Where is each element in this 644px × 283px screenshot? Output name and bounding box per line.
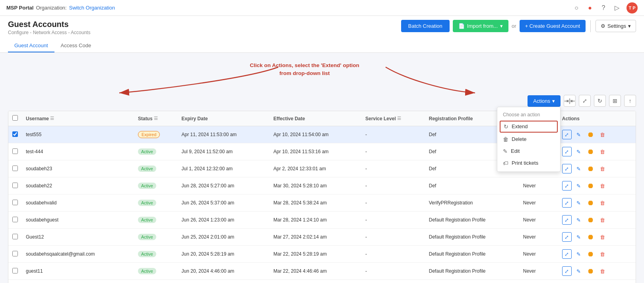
tab-access-code[interactable]: Access Code xyxy=(54,39,98,52)
actions-label: Actions xyxy=(533,98,550,104)
row-username: test123456 xyxy=(22,280,134,283)
table-row: soudabehguest Active Jun 26, 2024 1:23:0… xyxy=(8,212,636,229)
row-checkbox-cell xyxy=(8,143,22,160)
row-checkbox[interactable] xyxy=(12,131,18,137)
expand-button[interactable]: ⤢ xyxy=(579,95,591,107)
header-effective: Effective Date xyxy=(270,111,361,126)
edit-row-button[interactable]: ✎ xyxy=(574,266,584,276)
toggle-button[interactable]: ⏺ xyxy=(586,181,596,191)
row-checkbox[interactable] xyxy=(12,251,18,256)
settings-button[interactable]: ⚙ Settings ▾ xyxy=(596,20,636,32)
edit-row-button[interactable]: ✎ xyxy=(574,130,584,139)
delete-row-button[interactable]: 🗑 xyxy=(598,266,607,276)
dropdown-item-extend[interactable]: ↻ Extend xyxy=(500,121,558,133)
edit-row-button[interactable]: ✎ xyxy=(574,181,584,191)
split-columns-button[interactable]: ⇥|⇤ xyxy=(564,95,576,107)
header-checkbox-cell xyxy=(8,111,22,126)
upload-button[interactable]: ↑ xyxy=(624,95,636,107)
toggle-button[interactable]: ⏺ xyxy=(586,130,596,139)
delete-row-button[interactable]: 🗑 xyxy=(598,232,607,242)
delete-row-button[interactable]: 🗑 xyxy=(598,147,607,156)
delete-row-button[interactable]: 🗑 xyxy=(598,130,607,139)
row-service: - xyxy=(361,280,425,283)
expand-row-button[interactable]: ⤢ xyxy=(562,215,572,225)
import-from-button[interactable]: 📄 Import from... ▾ xyxy=(453,20,508,32)
select-all-checkbox[interactable] xyxy=(12,115,18,121)
table-row: soudabehvalid Active Jun 26, 2024 5:37:0… xyxy=(8,194,636,212)
dropdown-item-print[interactable]: 🏷 Print tickets xyxy=(497,157,560,169)
row-username: Guest12 xyxy=(22,229,134,246)
page-title: Guest Accounts xyxy=(8,20,90,29)
row-effective: Mar 22, 2024 5:28:19 am xyxy=(270,246,361,263)
avatar[interactable]: T P xyxy=(627,2,638,13)
edit-label: Edit xyxy=(511,148,520,154)
status-filter-icon[interactable]: ☰ xyxy=(154,116,158,121)
toggle-button[interactable]: ⏺ xyxy=(586,215,596,225)
expand-row-button[interactable]: ⤢ xyxy=(562,181,572,191)
columns-button[interactable]: ⊞ xyxy=(609,95,621,107)
row-expiry: Jun 20, 2024 4:46:00 am xyxy=(178,263,270,280)
row-username: soudabehvalid xyxy=(22,194,134,212)
delete-row-button[interactable]: 🗑 xyxy=(598,164,607,173)
username-filter-icon[interactable]: ☰ xyxy=(50,116,54,121)
page-header: Guest Accounts Configure - Network Acces… xyxy=(0,16,644,53)
header-expiry: Expiry Date xyxy=(178,111,270,126)
search-icon[interactable]: ○ xyxy=(572,4,580,12)
notifications-icon[interactable]: ● xyxy=(586,4,594,12)
forward-icon[interactable]: ▷ xyxy=(613,4,621,12)
expand-row-button[interactable]: ⤢ xyxy=(562,130,572,139)
edit-row-button[interactable]: ✎ xyxy=(574,232,584,242)
dropdown-item-delete[interactable]: 🗑 Delete xyxy=(497,133,560,145)
row-checkbox[interactable] xyxy=(12,166,18,171)
tab-guest-account[interactable]: Guest Account xyxy=(8,39,54,52)
edit-row-button[interactable]: ✎ xyxy=(574,198,584,208)
delete-row-button[interactable]: 🗑 xyxy=(598,215,607,225)
toggle-button[interactable]: ⏺ xyxy=(586,164,596,173)
toggle-button[interactable]: ⏺ xyxy=(586,266,596,276)
row-username: test-444 xyxy=(22,143,134,160)
row-checkbox[interactable] xyxy=(12,200,18,205)
toggle-button[interactable]: ⏺ xyxy=(586,198,596,208)
toggle-button[interactable]: ⏺ xyxy=(586,232,596,242)
dropdown-item-edit[interactable]: ✎ Edit xyxy=(497,145,560,157)
expand-row-button[interactable]: ⤢ xyxy=(562,232,572,242)
expand-row-button[interactable]: ⤢ xyxy=(562,266,572,276)
delete-row-button[interactable]: 🗑 xyxy=(598,181,607,191)
row-checkbox[interactable] xyxy=(12,217,18,222)
row-checkbox[interactable] xyxy=(12,148,18,154)
toggle-button[interactable]: ⏺ xyxy=(586,147,596,156)
row-actions-cell: ⤢ ✎ ⏺ 🗑 xyxy=(558,212,636,229)
expand-row-button[interactable]: ⤢ xyxy=(562,249,572,259)
expand-row-button[interactable]: ⤢ xyxy=(562,164,572,173)
row-checkbox[interactable] xyxy=(12,183,18,188)
row-checkbox-cell xyxy=(8,246,22,263)
row-service: - xyxy=(361,194,425,212)
delete-row-button[interactable]: 🗑 xyxy=(598,198,607,208)
batch-creation-button[interactable]: Batch Creation xyxy=(401,20,450,32)
row-expiry: Apr 11, 2024 11:53:00 am xyxy=(178,126,270,143)
edit-row-button[interactable]: ✎ xyxy=(574,249,584,259)
expand-row-button[interactable]: ⤢ xyxy=(562,198,572,208)
edit-row-button[interactable]: ✎ xyxy=(574,164,584,173)
row-status: Active xyxy=(134,280,178,283)
row-effective: Apr 10, 2024 11:53:16 am xyxy=(270,143,361,160)
toggle-button[interactable]: ⏺ xyxy=(586,249,596,259)
row-expiry: Jul 1, 2024 12:32:00 am xyxy=(178,160,270,177)
create-guest-account-button[interactable]: + Create Guest Account xyxy=(520,20,586,32)
row-service: - xyxy=(361,143,425,160)
expand-row-button[interactable]: ⤢ xyxy=(562,147,572,156)
switch-organization-link[interactable]: Switch Organization xyxy=(69,5,115,11)
edit-row-button[interactable]: ✎ xyxy=(574,215,584,225)
delete-row-button[interactable]: 🗑 xyxy=(598,249,607,259)
row-username: soudabeh22 xyxy=(22,177,134,194)
actions-button[interactable]: Actions ▾ xyxy=(528,95,561,107)
refresh-button[interactable]: ↻ xyxy=(594,95,606,107)
edit-row-button[interactable]: ✎ xyxy=(574,147,584,156)
row-checkbox[interactable] xyxy=(12,268,18,273)
row-reg-profile: VerifyPRRegistration xyxy=(425,194,519,212)
service-filter-icon[interactable]: ☰ xyxy=(397,116,401,121)
help-icon[interactable]: ? xyxy=(599,4,607,12)
row-checkbox[interactable] xyxy=(12,234,18,239)
row-effective: Apr 10, 2024 11:54:00 am xyxy=(270,126,361,143)
print-label: Print tickets xyxy=(512,160,538,166)
